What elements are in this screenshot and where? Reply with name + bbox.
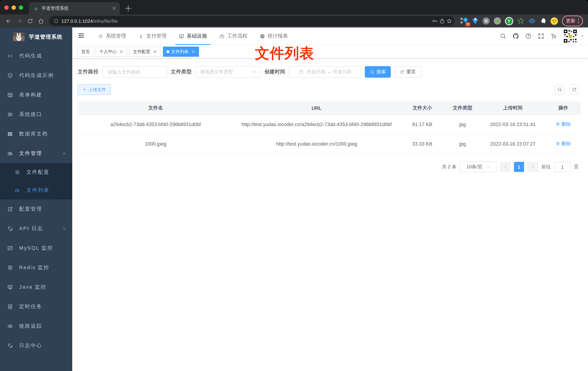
sidebar-menu-item[interactable]: 配置管理 xyxy=(0,199,72,219)
extensions-area: 11 ⌘ Y xyxy=(461,17,558,25)
extension-tampermonkey-icon[interactable]: 11 xyxy=(461,17,468,25)
extension-command-icon[interactable]: ⌘ xyxy=(483,17,490,25)
tag-close-icon[interactable] xyxy=(191,50,195,54)
share-icon[interactable] xyxy=(439,18,445,24)
bookmark-star-icon[interactable] xyxy=(446,18,452,24)
extensions-puzzle-icon[interactable] xyxy=(540,18,546,24)
top-nav-item[interactable]: 统计报表 xyxy=(256,27,292,45)
forward-button[interactable] xyxy=(16,18,22,24)
refresh-icon xyxy=(572,87,577,92)
minimize-window-button[interactable] xyxy=(11,5,16,10)
sidebar-menu-item[interactable]: 文件配置 xyxy=(0,163,72,181)
extension-star-icon[interactable] xyxy=(517,17,525,25)
sidebar-menu-item[interactable]: 代码生成示例 xyxy=(0,66,72,85)
top-nav-item[interactable]: 支付管理 xyxy=(135,27,170,45)
sidebar-menu-item[interactable]: API 日志 xyxy=(0,219,72,238)
extension-emoji-icon[interactable] xyxy=(550,17,558,25)
sidebar-menu-item[interactable]: MySQL 监控 xyxy=(0,238,72,258)
chrome-update-button[interactable]: 更新 xyxy=(562,16,583,26)
menu-icon xyxy=(7,151,13,156)
show-search-toggle-button[interactable] xyxy=(554,84,565,95)
search-button[interactable]: 搜索 xyxy=(365,66,391,78)
zoom-window-button[interactable] xyxy=(19,5,23,10)
file-path-input[interactable] xyxy=(107,69,163,75)
next-page-button[interactable] xyxy=(527,162,538,172)
font-size-icon[interactable] xyxy=(550,33,557,39)
home-button[interactable] xyxy=(38,18,44,24)
menu-icon xyxy=(7,206,13,212)
cell-file-name: a294ecb2-73dd-4353-bf40-296b8931d0bf xyxy=(78,115,234,134)
menu-label: 链路追踪 xyxy=(19,323,66,329)
browser-menu-icon[interactable] xyxy=(578,18,579,23)
goto-page-input[interactable] xyxy=(554,162,571,172)
tags-view-tab[interactable]: 个人中心 xyxy=(96,47,127,57)
refresh-table-button[interactable] xyxy=(569,84,580,95)
sidebar-menu-item[interactable]: 日志中心 xyxy=(0,336,72,355)
tags-view-tab[interactable]: 首页 xyxy=(78,47,94,57)
top-nav-item[interactable]: 基础设施 xyxy=(175,27,210,45)
sidebar-menu-item[interactable]: 文件列表 xyxy=(0,181,72,199)
user-avatar-menu[interactable] xyxy=(563,29,584,43)
github-icon[interactable] xyxy=(513,33,519,39)
date-range-picker[interactable]: 开始日期 - 结束日期 xyxy=(289,66,361,78)
sidebar-menu-item[interactable]: Java 监控 xyxy=(0,277,72,297)
menu-label: 定时任务 xyxy=(19,303,66,310)
chevron-icon xyxy=(62,151,66,156)
help-icon[interactable] xyxy=(525,33,532,39)
page-size-select[interactable]: 10条/页 xyxy=(460,161,497,172)
browser-toolbar: 127.0.0.1:1024/infra/file/file 11 ⌘ Y xyxy=(0,14,588,27)
prev-page-button[interactable] xyxy=(500,162,511,172)
back-button[interactable] xyxy=(5,18,11,24)
tags-view-tab[interactable]: 文件列表 xyxy=(163,47,199,57)
tag-close-icon[interactable] xyxy=(119,50,124,54)
browser-tab[interactable]: 芋道管理系统 xyxy=(29,2,120,14)
delete-button[interactable]: 删除 xyxy=(555,139,571,148)
chevron-icon xyxy=(62,226,66,231)
page-content: 文件路径 文件类型 请选择文件类型 创建时间 开始日期 - 结束日期 xyxy=(72,59,588,371)
header-search-icon[interactable] xyxy=(500,33,506,39)
top-nav-item[interactable]: 系统管理 xyxy=(94,27,130,45)
sidebar-menu-item[interactable]: 文件管理 xyxy=(0,144,72,163)
sidebar-menu-item[interactable]: Redis 监控 xyxy=(0,258,72,277)
tag-label: 个人中心 xyxy=(99,49,117,55)
extension-eye-icon[interactable] xyxy=(528,17,536,25)
screen: 芋道管理系统 127.0.0.1:1024/infra/file/file 11 xyxy=(0,0,588,371)
reload-button[interactable] xyxy=(27,18,33,24)
menu-label: API 日志 xyxy=(19,225,56,232)
menu-icon xyxy=(14,188,20,193)
sidebar-menu-item[interactable]: 链路追踪 xyxy=(0,317,72,336)
top-nav-item[interactable]: 工作流程 xyxy=(216,27,251,45)
file-type-label: 文件类型 xyxy=(171,69,192,75)
extension-y-icon[interactable]: Y xyxy=(505,17,513,25)
window-controls[interactable] xyxy=(4,5,23,10)
sidebar-logo[interactable]: 芋道管理系统 xyxy=(0,27,72,46)
sidebar-menu-item[interactable]: 代码生成 xyxy=(0,46,72,66)
fullscreen-icon[interactable] xyxy=(538,33,544,39)
nav-icon xyxy=(138,33,144,39)
file-type-select[interactable]: 请选择文件类型 xyxy=(195,66,261,78)
address-bar[interactable]: 127.0.0.1:1024/infra/file/file xyxy=(49,16,454,26)
sidebar-menu-item[interactable]: 表单构建 xyxy=(0,85,72,105)
site-info-icon[interactable] xyxy=(53,18,59,23)
new-tab-button[interactable] xyxy=(124,4,133,13)
url-text[interactable]: 127.0.0.1:1024/infra/file/file xyxy=(61,18,429,24)
sidebar-menu: 代码生成 代码生成示例 表单构建 系统接口 数据库文档 文件管理 文件配置 文件… xyxy=(0,46,72,355)
sidebar-collapse-button[interactable] xyxy=(72,32,89,40)
password-manager-icon[interactable] xyxy=(432,18,438,24)
current-page-button[interactable]: 1 xyxy=(514,162,524,172)
nav-label: 系统管理 xyxy=(106,33,126,39)
tab-close-icon[interactable] xyxy=(111,5,117,11)
tags-view-tab[interactable]: 文件配置 xyxy=(129,47,161,57)
extension-dot-icon[interactable] xyxy=(494,17,501,25)
menu-label: 代码生成 xyxy=(19,53,66,59)
delete-button[interactable]: 删除 xyxy=(555,120,571,128)
sidebar-submenu: 文件配置 文件列表 xyxy=(0,163,72,199)
sidebar-menu-item[interactable]: 定时任务 xyxy=(0,297,72,317)
tag-close-icon[interactable] xyxy=(153,50,157,54)
close-window-button[interactable] xyxy=(4,5,9,10)
reset-button[interactable]: 重置 xyxy=(394,66,421,78)
sidebar-menu-item[interactable]: 数据库文档 xyxy=(0,124,72,144)
upload-file-button[interactable]: 上传文件 xyxy=(78,84,111,95)
sidebar-menu-item[interactable]: 系统接口 xyxy=(0,105,72,124)
extension-vue-devtools-icon[interactable] xyxy=(472,17,479,25)
